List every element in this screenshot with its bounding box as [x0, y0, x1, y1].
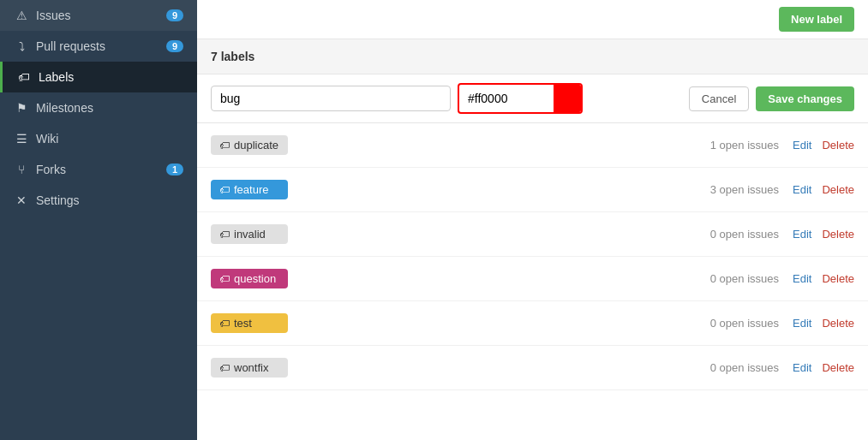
- label-actions-invalid: Edit Delete: [793, 228, 854, 241]
- label-actions-duplicate: Edit Delete: [793, 139, 854, 152]
- tag-icon-wontfix: 🏷: [219, 362, 230, 374]
- tag-icon-feature: 🏷: [219, 184, 230, 196]
- main-content: New label 7 labels Cancel Save changes 🏷…: [197, 0, 868, 440]
- label-text-question: question: [234, 272, 276, 285]
- edit-label-row: Cancel Save changes: [197, 74, 868, 123]
- wiki-icon: ☰: [14, 132, 29, 146]
- edit-button-duplicate[interactable]: Edit: [793, 139, 811, 152]
- tag-icon-invalid: 🏷: [219, 229, 230, 241]
- sidebar-item-wiki[interactable]: ☰ Wiki: [0, 123, 197, 154]
- edit-button-question[interactable]: Edit: [793, 272, 811, 285]
- save-changes-button[interactable]: Save changes: [756, 86, 854, 111]
- label-text-invalid: invalid: [234, 228, 266, 241]
- label-issues-duplicate: 1 open issues: [659, 139, 779, 152]
- sidebar-label-pull-requests: Pull requests: [36, 39, 105, 53]
- sidebar-label-settings: Settings: [36, 193, 80, 207]
- new-label-button[interactable]: New label: [779, 7, 854, 32]
- tag-icon-duplicate: 🏷: [219, 140, 230, 152]
- color-hex-input[interactable]: [459, 86, 554, 110]
- edit-button-feature[interactable]: Edit: [793, 183, 811, 196]
- milestones-icon: ⚑: [14, 101, 29, 115]
- color-input-wrapper: [458, 83, 583, 114]
- label-text-duplicate: duplicate: [234, 139, 278, 152]
- label-badge-wontfix: 🏷 wontfix: [211, 358, 288, 378]
- label-badge-question: 🏷 question: [211, 269, 288, 288]
- sidebar-label-issues: Issues: [36, 9, 70, 22]
- forks-icon: ⑂: [14, 163, 29, 176]
- delete-button-invalid[interactable]: Delete: [822, 228, 854, 241]
- label-row-duplicate: 🏷 duplicate 1 open issues Edit Delete: [197, 123, 868, 168]
- edit-button-wontfix[interactable]: Edit: [793, 361, 811, 374]
- edit-actions: Cancel Save changes: [689, 86, 854, 111]
- sidebar-item-pull-requests[interactable]: ⤵ Pull requests 9: [0, 31, 197, 62]
- label-actions-feature: Edit Delete: [793, 183, 854, 196]
- delete-button-question[interactable]: Delete: [822, 272, 854, 285]
- label-row-test: 🏷 test 0 open issues Edit Delete: [197, 301, 868, 346]
- sidebar-item-issues[interactable]: ⚠ Issues 9: [0, 0, 197, 31]
- label-row-feature: 🏷 feature 3 open issues Edit Delete: [197, 168, 868, 212]
- delete-button-feature[interactable]: Delete: [822, 183, 854, 196]
- label-badge-feature: 🏷 feature: [211, 180, 288, 199]
- sidebar-label-labels: Labels: [39, 70, 74, 84]
- label-issues-question: 0 open issues: [659, 272, 779, 285]
- labels-list: 🏷 duplicate 1 open issues Edit Delete 🏷 …: [197, 123, 868, 390]
- delete-button-duplicate[interactable]: Delete: [822, 139, 854, 152]
- sidebar: ⚠ Issues 9 ⤵ Pull requests 9 🏷 Labels ⚑ …: [0, 0, 197, 440]
- delete-button-test[interactable]: Delete: [822, 317, 854, 330]
- pull-requests-icon: ⤵: [14, 39, 29, 53]
- label-actions-test: Edit Delete: [793, 317, 854, 330]
- label-text-wontfix: wontfix: [234, 361, 268, 374]
- badge-pull-requests: 9: [166, 40, 183, 52]
- settings-icon: ✕: [14, 193, 29, 207]
- sidebar-item-labels[interactable]: 🏷 Labels: [0, 62, 197, 92]
- delete-button-wontfix[interactable]: Delete: [822, 361, 854, 374]
- label-row-invalid: 🏷 invalid 0 open issues Edit Delete: [197, 212, 868, 257]
- tag-icon-test: 🏷: [219, 318, 230, 330]
- badge-issues: 9: [166, 9, 183, 21]
- label-issues-invalid: 0 open issues: [659, 228, 779, 241]
- edit-button-invalid[interactable]: Edit: [793, 228, 811, 241]
- content-area: 7 labels Cancel Save changes 🏷 duplicate…: [197, 39, 868, 440]
- labels-count: 7 labels: [197, 39, 868, 74]
- issues-icon: ⚠: [14, 9, 29, 22]
- label-text-test: test: [234, 317, 252, 330]
- label-badge-test: 🏷 test: [211, 313, 288, 333]
- topbar: New label: [197, 0, 868, 39]
- label-row-question: 🏷 question 0 open issues Edit Delete: [197, 257, 868, 301]
- label-text-feature: feature: [234, 183, 268, 196]
- edit-button-test[interactable]: Edit: [793, 317, 811, 330]
- labels-icon: 🏷: [16, 70, 32, 84]
- cancel-button[interactable]: Cancel: [689, 86, 749, 111]
- badge-forks: 1: [166, 164, 183, 175]
- color-preview-swatch[interactable]: [554, 85, 581, 112]
- label-name-input[interactable]: [211, 86, 451, 111]
- label-issues-test: 0 open issues: [659, 317, 779, 330]
- label-issues-feature: 3 open issues: [659, 183, 779, 196]
- sidebar-label-forks: Forks: [36, 163, 66, 176]
- sidebar-item-settings[interactable]: ✕ Settings: [0, 185, 197, 216]
- label-badge-invalid: 🏷 invalid: [211, 224, 288, 244]
- tag-icon-question: 🏷: [219, 273, 230, 285]
- label-actions-question: Edit Delete: [793, 272, 854, 285]
- label-badge-duplicate: 🏷 duplicate: [211, 135, 288, 155]
- label-row-wontfix: 🏷 wontfix 0 open issues Edit Delete: [197, 346, 868, 390]
- label-issues-wontfix: 0 open issues: [659, 361, 779, 374]
- sidebar-item-forks[interactable]: ⑂ Forks 1: [0, 154, 197, 185]
- sidebar-item-milestones[interactable]: ⚑ Milestones: [0, 92, 197, 123]
- sidebar-label-milestones: Milestones: [36, 101, 93, 115]
- sidebar-label-wiki: Wiki: [36, 132, 58, 146]
- label-actions-wontfix: Edit Delete: [793, 361, 854, 374]
